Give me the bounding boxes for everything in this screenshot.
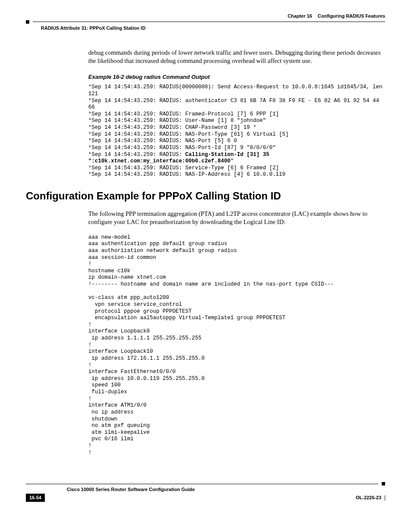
intro-paragraph: debug commands during periods of lower n… — [88, 49, 385, 65]
config-code-block: aaa new-model aaa authentication ppp def… — [88, 234, 385, 457]
header-rule — [33, 22, 385, 22]
header-square-icon — [26, 20, 29, 24]
section-body: The following PPP termination aggregatio… — [88, 210, 385, 457]
body-content: debug commands during periods of lower n… — [88, 49, 385, 178]
section-heading: Configuration Example for PPPoX Calling … — [26, 189, 385, 203]
footer-square-icon — [382, 482, 385, 485]
chapter-info: Chapter 16 Configuring RADIUS Features — [288, 13, 385, 19]
doc-id: OL-2226-23 — [356, 495, 381, 501]
example-title: Example 16-2 debug radius Command Output — [88, 73, 385, 81]
code-pre: *Sep 14 14:54:43.259: RADIUS(00000008): … — [88, 84, 386, 157]
footer-rule — [26, 484, 378, 484]
chapter-label: Chapter 16 — [288, 13, 312, 19]
example-code-block: *Sep 14 14:54:43.259: RADIUS(00000008): … — [88, 84, 385, 178]
section-paragraph: The following PPP termination aggregatio… — [88, 210, 385, 227]
page-number: 16-54 — [26, 494, 45, 502]
footer-vline — [385, 495, 385, 501]
breadcrumb: RADIUS Attribute 31: PPPoX Calling Stati… — [41, 25, 146, 31]
page-footer: Cisco 10000 Series Router Software Confi… — [26, 482, 385, 502]
page-header: Chapter 16 Configuring RADIUS Features R… — [26, 13, 385, 31]
chapter-title: Configuring RADIUS Features — [318, 13, 385, 19]
footer-guide-title: Cisco 10000 Series Router Software Confi… — [67, 486, 385, 493]
